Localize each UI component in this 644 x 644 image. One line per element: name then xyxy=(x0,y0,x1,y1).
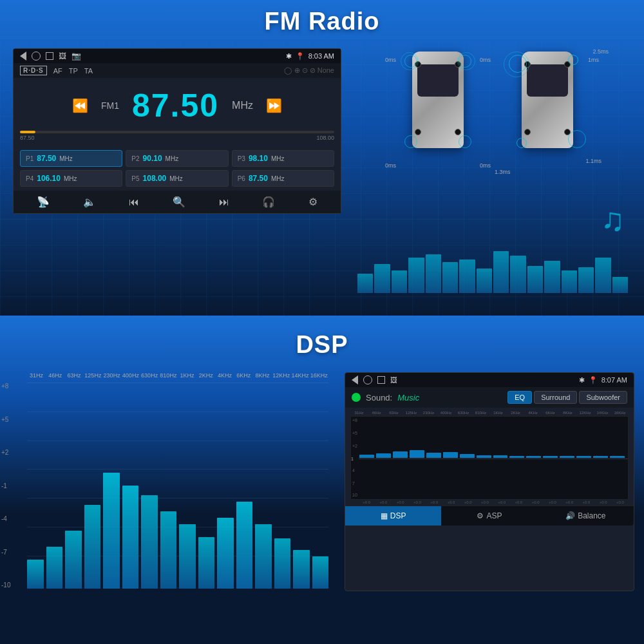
sound-label: Sound: xyxy=(366,393,392,402)
mini-freq-400hz: 400Hz xyxy=(437,411,455,415)
zero-2: +0.0 xyxy=(375,500,392,504)
dsp-nav-asp[interactable]: ⚙ ASP xyxy=(441,506,537,526)
timing-0ms-bl: 0ms xyxy=(385,162,396,169)
skip-forward-icon[interactable]: ⏭ xyxy=(219,196,229,208)
mini-bar-col-10[interactable] xyxy=(509,417,525,499)
eq-bar-2 xyxy=(374,264,390,293)
bluetooth-icon: ✱ xyxy=(286,52,292,61)
mini-freq-16khz: 16KHz xyxy=(611,411,629,415)
dsp-eq-area: 31Hz 46Hz 63Hz 125Hz 230Hz 400Hz 630Hz 8… xyxy=(0,366,341,644)
mini-freq-46hz: 46Hz xyxy=(368,411,385,415)
tab-surround[interactable]: Surround xyxy=(534,391,577,404)
mini-bar-col-13[interactable] xyxy=(559,417,575,499)
freq-31hz: 31Hz xyxy=(27,372,46,379)
preset-button-p5[interactable]: P5 108.00 MHz xyxy=(126,170,228,187)
db-minus1: -1 xyxy=(1,482,10,489)
mini-bar-col-6[interactable] xyxy=(442,417,459,499)
mini-bar-col-16[interactable] xyxy=(609,417,625,499)
dsp-bars-wrapper: +8 +5 +2 -1 -4 -7 -10 xyxy=(13,383,328,589)
mini-bar-col-3[interactable] xyxy=(392,417,408,499)
preset-button-p2[interactable]: P2 90.10 MHz xyxy=(126,150,228,167)
dsp-tab-group: EQ Surround Subwoofer xyxy=(507,391,627,404)
dsp-bar-2khz xyxy=(198,537,215,589)
dsp-nav-dsp[interactable]: ▦ DSP xyxy=(345,506,441,526)
dsp-bars-icon: ▦ xyxy=(381,511,388,520)
fm-frequency-display: 87.50 xyxy=(132,87,219,124)
timing-1ms: 1ms xyxy=(588,57,599,63)
mini-bar-col-7[interactable] xyxy=(459,417,475,499)
mini-freq-630hz: 630Hz xyxy=(455,411,472,415)
volume-icon[interactable]: 🔈 xyxy=(83,196,96,208)
circle-icon[interactable] xyxy=(32,52,41,61)
eq-bar-12 xyxy=(544,261,560,293)
mini-freq-labels: 31Hz 46Hz 63Hz 125Hz 230Hz 400Hz 630Hz 8… xyxy=(350,411,629,415)
fm-statusbar: 🖼 📷 ✱ 📍 8:03 AM xyxy=(14,49,341,63)
freq-14khz: 14KHz xyxy=(291,372,310,379)
freq-prev-button[interactable]: ⏪ xyxy=(72,98,88,113)
preset-button-p6[interactable]: P6 87.50 MHz xyxy=(232,170,334,187)
preset-freq-p5: 108.00 xyxy=(143,174,167,183)
dsp-bottom-nav: ▦ DSP ⚙ ASP 🔊 Balance xyxy=(345,506,634,526)
fm-eq-bars xyxy=(354,242,631,293)
mini-bar-col-12[interactable] xyxy=(542,417,558,499)
db-plus5: +5 xyxy=(1,416,10,423)
eq-icon[interactable]: ⚙ xyxy=(308,196,317,208)
search-icon[interactable]: 🔍 xyxy=(173,196,185,208)
mini-db-minus4: 4 xyxy=(352,468,355,473)
mini-freq-2khz: 2KHz xyxy=(507,411,524,415)
dsp-screen: 🖼 ✱ 📍 8:07 AM Sound: Music xyxy=(345,372,634,591)
power-dot-icon[interactable] xyxy=(352,393,361,402)
cast-icon[interactable]: 📡 xyxy=(37,196,50,208)
af-button[interactable]: AF xyxy=(53,67,62,75)
dsp-time: 8:07 AM xyxy=(601,376,627,384)
sound-mode-value: Music xyxy=(397,393,419,402)
dsp-square-icon[interactable] xyxy=(377,376,385,384)
preset-button-p3[interactable]: P3 98.10 MHz xyxy=(232,150,334,167)
dsp-section: DSP 31Hz 46Hz 63Hz 125Hz 230Hz 400Hz 630… xyxy=(0,316,644,644)
preset-mhz-p4: MHz xyxy=(64,175,77,182)
freq-810hz: 810Hz xyxy=(159,372,178,379)
preset-button-p1[interactable]: P1 87.50 MHz xyxy=(20,150,122,167)
dsp-back-icon[interactable] xyxy=(352,375,358,384)
zero-13: +0.0 xyxy=(561,500,578,504)
freq-next-button[interactable]: ⏩ xyxy=(266,98,282,113)
mini-eq-display[interactable]: +8 +5 +2 1 4 7 10 xyxy=(350,416,629,500)
dsp-db-labels: +8 +5 +2 -1 -4 -7 -10 xyxy=(1,383,10,589)
freq-16khz: 16KHz xyxy=(310,372,328,379)
tab-subwoofer[interactable]: Subwoofer xyxy=(579,391,627,404)
headphone-icon[interactable]: 🎧 xyxy=(262,196,275,208)
tab-eq[interactable]: EQ xyxy=(507,391,532,404)
freq-6khz: 6KHz xyxy=(234,372,253,379)
preset-button-p4[interactable]: P4 106.10 MHz xyxy=(20,170,122,187)
dsp-nav-balance[interactable]: 🔊 Balance xyxy=(538,506,634,526)
rds-badge[interactable]: R·D·S xyxy=(20,66,47,75)
ta-button[interactable]: TA xyxy=(84,67,93,75)
fm-radio-title: FM Radio xyxy=(0,0,644,42)
speaker-wave-icon: 🔊 xyxy=(565,511,575,520)
mini-freq-1khz: 1KHz xyxy=(489,411,507,415)
mini-bar-col-1[interactable] xyxy=(359,417,375,499)
dsp-location-icon: 📍 xyxy=(589,376,598,384)
mini-bar-col-14[interactable] xyxy=(576,417,592,499)
dsp-main-content: 31Hz 46Hz 63Hz 125Hz 230Hz 400Hz 630Hz 8… xyxy=(0,366,644,644)
square-icon[interactable] xyxy=(46,52,53,60)
dsp-circle-icon[interactable] xyxy=(363,375,372,384)
mini-bar-col-11[interactable] xyxy=(526,417,542,499)
mini-bar-col-15[interactable] xyxy=(592,417,609,499)
mini-freq-12khz: 12KHz xyxy=(576,411,594,415)
mini-bar-col-2[interactable] xyxy=(375,417,392,499)
dsp-nav-dsp-label: DSP xyxy=(390,511,406,520)
skip-back-icon[interactable]: ⏮ xyxy=(129,196,139,208)
dsp-bar-230hz xyxy=(103,473,120,589)
timing-1-1ms: 1.1ms xyxy=(585,158,601,164)
tp-button[interactable]: TP xyxy=(69,67,78,75)
mini-bar-col-9[interactable] xyxy=(493,417,509,499)
fm-band-label: FM1 xyxy=(101,100,119,111)
mini-bar-col-8[interactable] xyxy=(476,417,492,499)
mini-bar-col-5[interactable] xyxy=(426,417,442,499)
image-icon[interactable]: 🖼 xyxy=(59,52,66,61)
back-icon[interactable] xyxy=(20,52,26,61)
mini-bar-col-4[interactable] xyxy=(409,417,425,499)
fm-presets: P1 87.50 MHz P2 90.10 MHz P3 98.10 MHz P… xyxy=(14,146,341,191)
tuner-track[interactable] xyxy=(20,131,334,133)
